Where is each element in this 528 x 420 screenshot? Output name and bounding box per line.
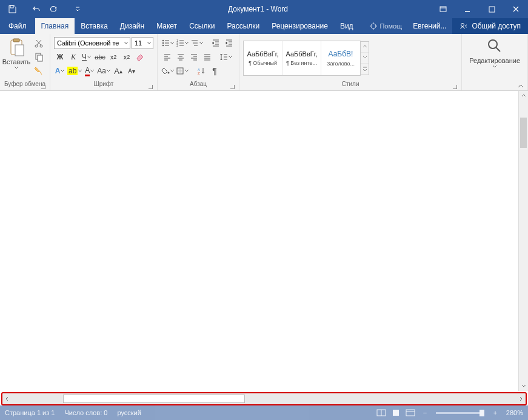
highlight-button[interactable]: ab: [67, 65, 82, 77]
ribbon-display-icon[interactable]: [431, 0, 455, 18]
style-no-spacing[interactable]: АаБбВвГг, ¶ Без инте...: [282, 41, 321, 75]
cut-button[interactable]: [33, 38, 45, 50]
document-canvas[interactable]: [0, 91, 518, 391]
zoom-slider[interactable]: [436, 412, 484, 414]
collapse-ribbon-button[interactable]: [516, 81, 526, 91]
view-web-layout[interactable]: [403, 407, 418, 419]
justify-button[interactable]: [201, 51, 213, 63]
vscroll-down-button[interactable]: [519, 381, 528, 391]
hscroll-left-button[interactable]: [2, 393, 12, 404]
outdent-icon: [212, 39, 220, 47]
gallery-up-button[interactable]: [361, 42, 369, 53]
title-bar: Документ1 - Word: [0, 0, 528, 18]
tell-me[interactable]: Помощ: [365, 18, 407, 34]
font-name-combo[interactable]: Calibri (Основной те: [54, 37, 130, 49]
user-account[interactable]: Евгений...: [407, 18, 452, 34]
close-icon[interactable]: [504, 0, 528, 18]
decrease-indent-button[interactable]: [210, 37, 222, 49]
redo-icon[interactable]: [46, 2, 61, 16]
clear-formatting-button[interactable]: [134, 51, 146, 63]
font-dialog-launcher[interactable]: [147, 84, 153, 90]
hscroll-thumb[interactable]: [63, 395, 245, 403]
subscript-button[interactable]: x2: [107, 51, 119, 63]
numbering-icon: 123: [176, 39, 184, 47]
svg-rect-3: [489, 7, 495, 12]
align-right-button[interactable]: [188, 51, 200, 63]
svg-point-1: [51, 7, 56, 12]
increase-indent-button[interactable]: [223, 37, 235, 49]
underline-button[interactable]: Ч: [81, 51, 93, 63]
font-color-button[interactable]: A: [84, 65, 96, 77]
tab-home[interactable]: Главная: [35, 18, 75, 34]
shrink-font-button[interactable]: A▾: [125, 65, 138, 77]
align-center-button[interactable]: [175, 51, 187, 63]
text-effects-button[interactable]: A: [54, 65, 66, 77]
italic-button[interactable]: К: [67, 51, 79, 63]
change-case-button[interactable]: Aa: [97, 65, 111, 77]
tab-file[interactable]: Файл: [0, 18, 35, 34]
zoom-value[interactable]: 280%: [506, 409, 523, 416]
vscroll-thumb[interactable]: [520, 118, 527, 148]
font-size-combo[interactable]: 11: [132, 37, 153, 49]
zoom-out-button[interactable]: −: [418, 407, 432, 419]
tab-layout[interactable]: Макет: [150, 18, 183, 34]
paste-button[interactable]: Вставить: [2, 35, 30, 70]
numbering-button[interactable]: 123: [176, 37, 189, 49]
hscroll-track[interactable]: [12, 395, 516, 403]
multilevel-list-button[interactable]: [190, 37, 204, 49]
ribbon-tabs: Файл Главная Вставка Дизайн Макет Ссылки…: [0, 18, 528, 34]
status-page[interactable]: Страница 1 из 1: [5, 409, 55, 416]
styles-dialog-launcher[interactable]: [452, 84, 458, 90]
gallery-down-button[interactable]: [361, 53, 369, 64]
grow-font-button[interactable]: A▴: [112, 65, 124, 77]
view-print-layout[interactable]: [389, 407, 403, 419]
svg-point-14: [162, 42, 164, 44]
clipboard-dialog-launcher[interactable]: [40, 84, 46, 90]
indent-icon: [225, 39, 233, 47]
pilcrow-icon: ¶: [212, 66, 217, 76]
superscript-button[interactable]: x2: [121, 51, 133, 63]
format-painter-button[interactable]: [33, 64, 45, 76]
status-word-count[interactable]: Число слов: 0: [64, 409, 107, 416]
zoom-slider-handle[interactable]: [480, 410, 484, 416]
borders-icon: [176, 67, 184, 75]
group-clipboard: Вставить Буфер обмена: [0, 34, 50, 90]
status-language[interactable]: русский: [117, 409, 141, 416]
hscroll-right-button[interactable]: [516, 393, 526, 404]
align-left-button[interactable]: [161, 51, 173, 63]
undo-icon[interactable]: [29, 2, 44, 16]
bullets-button[interactable]: [161, 37, 175, 49]
gallery-more-button[interactable]: [361, 64, 369, 74]
vscroll-up-button[interactable]: [519, 91, 528, 101]
share-button[interactable]: Общий доступ: [452, 18, 528, 34]
sort-icon: AZ: [197, 67, 206, 75]
tab-insert[interactable]: Вставка: [75, 18, 114, 34]
minimize-icon[interactable]: [455, 0, 480, 18]
chevron-down-icon: [14, 65, 19, 70]
tab-mailings[interactable]: Рассылки: [221, 18, 266, 34]
editing-dropdown[interactable]: Редактирование: [464, 35, 525, 72]
borders-button[interactable]: [176, 65, 189, 77]
tab-view[interactable]: Вид: [334, 18, 359, 34]
sort-button[interactable]: AZ: [195, 65, 207, 77]
strikethrough-button[interactable]: abc: [94, 51, 106, 63]
paragraph-dialog-launcher[interactable]: [229, 84, 235, 90]
save-icon[interactable]: [5, 2, 19, 16]
copy-button[interactable]: [33, 51, 45, 63]
maximize-icon[interactable]: [480, 0, 504, 18]
tab-design[interactable]: Дизайн: [114, 18, 150, 34]
shading-button[interactable]: [161, 65, 175, 77]
style-heading1[interactable]: АаБбВ! Заголово...: [321, 41, 360, 75]
line-spacing-button[interactable]: [219, 51, 233, 63]
tab-references[interactable]: Ссылки: [183, 18, 221, 34]
zoom-in-button[interactable]: +: [488, 407, 503, 419]
bullets-icon: [161, 39, 170, 47]
show-marks-button[interactable]: ¶: [209, 65, 221, 77]
bold-button[interactable]: Ж: [54, 51, 66, 63]
view-read-mode[interactable]: [374, 407, 389, 419]
style-gallery-scroll: [361, 41, 369, 75]
qat-customize-icon[interactable]: [70, 2, 85, 16]
tab-review[interactable]: Рецензирование: [266, 18, 334, 34]
line-spacing-icon: [219, 53, 228, 61]
style-normal[interactable]: АаБбВвГг, ¶ Обычный: [244, 41, 282, 75]
